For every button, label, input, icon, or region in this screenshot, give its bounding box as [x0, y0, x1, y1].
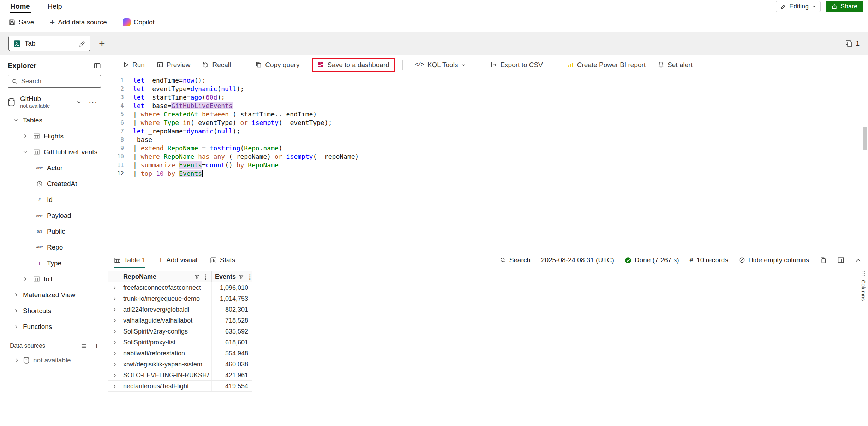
tree-item-shortcuts[interactable]: Shortcuts — [0, 303, 108, 319]
row-expand-icon[interactable] — [108, 296, 120, 301]
kql-tools-dropdown[interactable]: </> KQL Tools — [415, 61, 466, 69]
chevron-right-icon[interactable] — [13, 324, 20, 329]
row-expand-icon[interactable] — [108, 329, 120, 334]
export-csv-button[interactable]: Export to CSV — [490, 61, 543, 69]
tree-item-repo[interactable]: ANYRepo — [0, 239, 108, 255]
row-expand-icon[interactable] — [108, 340, 120, 345]
row-expand-icon[interactable] — [108, 351, 120, 356]
tree-item-createdat[interactable]: CreatedAt — [0, 176, 108, 192]
rename-tab-icon[interactable] — [79, 40, 86, 47]
filter-icon[interactable] — [194, 274, 200, 280]
row-expand-icon[interactable] — [108, 373, 120, 378]
reponame-header-label: RepoName — [123, 273, 192, 281]
connection-github[interactable]: GitHub not available ··· — [0, 92, 108, 112]
table-row[interactable]: valhallaguide/valhallabot718,528 — [108, 315, 252, 326]
explorer-header: Explorer — [0, 59, 108, 75]
tree-item-functions[interactable]: Functions — [0, 319, 108, 335]
menu-home[interactable]: Home — [9, 0, 31, 13]
set-alert-button[interactable]: Set alert — [658, 61, 693, 69]
add-source-icon[interactable]: + — [94, 342, 99, 349]
results-panel: Table 1 + Add visual Stats Search — [108, 252, 868, 426]
chevron-right-icon[interactable] — [13, 292, 20, 298]
filter-icon[interactable] — [239, 274, 244, 280]
tree-item-public[interactable]: 0/1Public — [0, 223, 108, 239]
table-row[interactable]: xrwt/degisiklik-yapan-sistem460,038 — [108, 359, 252, 370]
tree-item-flights[interactable]: Flights — [0, 128, 108, 144]
new-tab-button[interactable]: + — [97, 38, 107, 49]
header-events[interactable]: Events ⋮ — [212, 271, 251, 282]
save-to-dashboard-button[interactable]: Save to a dashboard — [317, 61, 389, 69]
table-row[interactable]: freefastconnect/fastconnect1,096,010 — [108, 282, 252, 293]
recall-button[interactable]: Recall — [202, 61, 231, 69]
table-row[interactable]: SoliSpirit/v2ray-configs635,592 — [108, 326, 252, 337]
collapse-results-button[interactable] — [855, 257, 862, 264]
share-button[interactable]: Share — [826, 1, 863, 12]
expand-results-button[interactable] — [837, 257, 844, 264]
create-powerbi-button[interactable]: Create Power BI report — [567, 61, 646, 69]
save-button[interactable]: Save — [6, 17, 36, 28]
editor-scrollbar-thumb[interactable] — [863, 127, 867, 150]
chevron-down-icon[interactable] — [23, 149, 29, 155]
table-row[interactable]: SOLO-LEVELING-IN-RUKSHAN/session421,961 — [108, 370, 252, 381]
query-editor[interactable]: 1let _endTime=now();2let _eventType=dyna… — [108, 74, 868, 252]
tab-table1[interactable]: Table 1 — [114, 252, 145, 268]
preview-button[interactable]: Preview — [157, 61, 191, 69]
add-visual-button[interactable]: + Add visual — [158, 252, 197, 268]
row-expand-icon[interactable] — [108, 362, 120, 367]
chevron-right-icon[interactable] — [14, 358, 19, 363]
add-data-source-button[interactable]: + Add data source — [48, 17, 109, 28]
tree-item-actor[interactable]: ANYActor — [0, 160, 108, 176]
chevron-right-icon[interactable] — [23, 276, 29, 282]
query-toolbar: Run Preview Recall Copy query — [108, 55, 868, 74]
record-count-value: 10 records — [696, 256, 728, 264]
column-menu-icon[interactable]: ⋮ — [203, 273, 209, 281]
tree-item-id[interactable]: #Id — [0, 192, 108, 208]
table-row[interactable]: nabilwafi/reforestation554,948 — [108, 348, 252, 359]
editing-dropdown[interactable]: Editing — [776, 1, 821, 12]
row-expand-icon[interactable] — [108, 318, 120, 323]
chevron-right-icon[interactable] — [13, 308, 20, 313]
line-number: 4 — [108, 102, 124, 110]
tree-item-iot[interactable]: IoT — [0, 271, 108, 287]
columns-side-panel[interactable]: Columns — [861, 270, 867, 301]
tree-item-materialized-view[interactable]: Materialized View — [0, 287, 108, 303]
tree-item-tables[interactable]: Tables — [0, 112, 108, 128]
results-toolbar-right: Search 2025-08-24 08:31 (UTC) Done (7.26… — [489, 256, 862, 264]
search-input[interactable] — [20, 77, 104, 85]
run-button[interactable]: Run — [122, 61, 145, 69]
tree-item-payload[interactable]: ANYPayload — [0, 208, 108, 223]
collapse-panel-icon[interactable] — [94, 62, 101, 70]
share-icon — [831, 4, 837, 10]
data-source-item[interactable]: not available — [0, 352, 108, 368]
table-row[interactable]: trunk-io/mergequeue-demo1,014,753 — [108, 293, 252, 304]
copilot-button[interactable]: Copilot — [121, 17, 157, 28]
list-view-icon[interactable] — [80, 343, 87, 349]
row-expand-icon[interactable] — [108, 384, 120, 389]
header-reponame[interactable]: RepoName ⋮ — [120, 271, 212, 282]
code-lines: 1let _endTime=now();2let _eventType=dyna… — [108, 76, 868, 178]
copy-query-button[interactable]: Copy query — [255, 61, 299, 69]
row-expand-icon[interactable] — [108, 307, 120, 312]
chevron-right-icon[interactable] — [23, 133, 29, 139]
table-row[interactable]: nectariferous/TestFlight419,554 — [108, 381, 252, 392]
cell-events: 554,948 — [212, 348, 251, 359]
row-expand-icon[interactable] — [108, 285, 120, 290]
open-tabs-count[interactable]: 1 — [845, 40, 860, 47]
column-menu-icon[interactable]: ⋮ — [247, 273, 253, 281]
search-box — [8, 75, 101, 88]
copy-results-button[interactable] — [820, 257, 827, 264]
more-options-icon[interactable]: ··· — [89, 100, 97, 104]
query-tab[interactable]: Tab — [8, 36, 90, 51]
tree-item-type[interactable]: TType — [0, 255, 108, 271]
chevron-down-icon[interactable] — [13, 118, 20, 123]
alert-bell-icon — [658, 61, 664, 68]
tab-stats[interactable]: Stats — [210, 252, 235, 268]
table-row[interactable]: adi224foreverg/globaldl802,301 — [108, 304, 252, 315]
hide-empty-columns-button[interactable]: Hide empty columns — [739, 256, 809, 264]
table-header-row: RepoName ⋮ Events ⋮ — [108, 271, 252, 282]
results-search-button[interactable]: Search — [500, 256, 531, 264]
tree-item-githubliveevents[interactable]: GitHubLiveEvents — [0, 144, 108, 160]
table-row[interactable]: SoliSpirit/proxy-list618,601 — [108, 337, 252, 348]
chevron-down-icon[interactable] — [76, 100, 82, 105]
menu-help[interactable]: Help — [46, 0, 64, 13]
